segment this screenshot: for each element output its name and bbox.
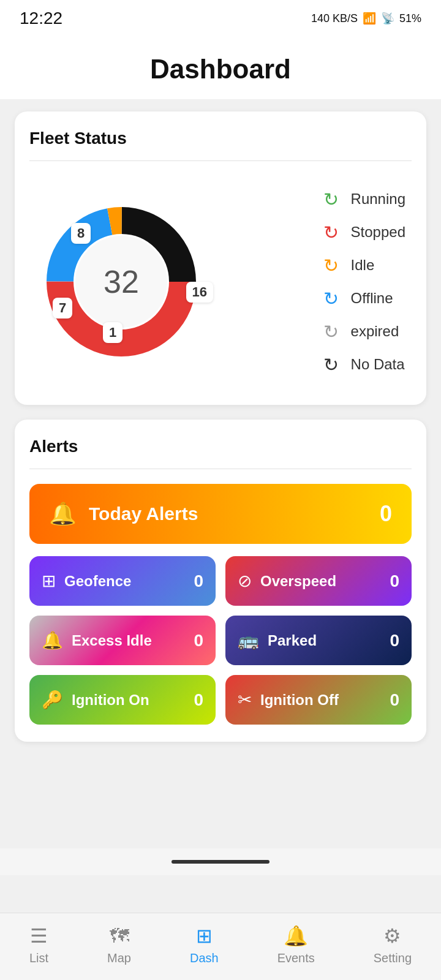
legend-nodata-label: No Data [351, 356, 405, 373]
nav-setting[interactable]: ⚙ Setting [374, 924, 412, 965]
legend-nodata: ↻ No Data [320, 353, 405, 375]
alert-grid: ⊞ Geofence 0 ⊘ Overspeed 0 🔔 Excess Idle… [29, 556, 412, 725]
legend-idle: ↻ Idle [320, 254, 405, 276]
events-nav-label: Events [277, 951, 315, 965]
idle-icon: ↻ [320, 254, 342, 276]
stopped-icon: ↻ [320, 221, 342, 243]
today-alerts-label: Today Alerts [89, 503, 198, 524]
status-bar: 12:22 140 KB/S 📶 📡 51% [0, 0, 441, 37]
nav-list[interactable]: ☰ List [29, 924, 48, 965]
legend-expired: ↻ expired [320, 320, 405, 342]
legend-stopped-label: Stopped [351, 224, 405, 241]
overspeed-count: 0 [390, 571, 399, 591]
geofence-count: 0 [194, 571, 203, 591]
today-alerts-button[interactable]: 🔔 Today Alerts 0 [29, 484, 412, 544]
overspeed-left: ⊘ Overspeed [238, 571, 336, 591]
bottom-nav: ☰ List 🗺 Map ⊞ Dash 🔔 Events ⚙ Setting [0, 913, 441, 980]
ignition-off-button[interactable]: ✂ Ignition Off 0 [225, 675, 412, 725]
parked-icon: 🚌 [238, 630, 259, 650]
geofence-label: Geofence [64, 573, 131, 590]
seg-label-8: 8 [71, 223, 91, 244]
list-nav-label: List [29, 951, 48, 965]
geofence-left: ⊞ Geofence [42, 571, 131, 591]
legend-stopped: ↻ Stopped [320, 221, 405, 243]
setting-nav-label: Setting [374, 951, 412, 965]
map-nav-label: Map [107, 951, 131, 965]
donut-center: 32 [104, 263, 139, 300]
excess-idle-icon: 🔔 [42, 630, 63, 650]
geofence-button[interactable]: ⊞ Geofence 0 [29, 556, 216, 606]
status-icons: 140 KB/S 📶 📡 51% [311, 12, 421, 25]
legend-offline-label: Offline [351, 290, 393, 307]
parked-button[interactable]: 🚌 Parked 0 [225, 616, 412, 665]
nav-map[interactable]: 🗺 Map [107, 925, 131, 965]
ignitionon-left: 🔑 Ignition On [42, 690, 149, 710]
ignition-on-label: Ignition On [72, 692, 149, 709]
ignitionoff-left: ✂ Ignition Off [238, 690, 339, 710]
geofence-icon: ⊞ [42, 571, 56, 591]
fleet-status-card: Fleet Status 32 [15, 111, 426, 405]
network-speed: 140 KB/S [311, 12, 358, 25]
ignition-off-icon: ✂ [238, 690, 252, 710]
excess-idle-button[interactable]: 🔔 Excess Idle 0 [29, 616, 216, 665]
offline-icon: ↻ [320, 287, 342, 309]
fleet-total: 32 [104, 264, 139, 300]
fleet-status-title: Fleet Status [29, 129, 412, 148]
status-time: 12:22 [20, 9, 62, 28]
ignition-on-count: 0 [194, 690, 203, 710]
home-indicator [0, 848, 441, 875]
parked-left: 🚌 Parked [238, 630, 317, 650]
overspeed-icon: ⊘ [238, 571, 252, 591]
ignition-off-label: Ignition Off [260, 692, 339, 709]
dash-nav-label: Dash [190, 951, 219, 965]
fleet-legend: ↻ Running ↻ Stopped ↻ Idle [320, 188, 405, 375]
home-bar [172, 860, 270, 864]
excess-idle-label: Excess Idle [72, 632, 152, 649]
main-content: Fleet Status 32 [0, 99, 441, 848]
legend-idle-label: Idle [351, 257, 375, 274]
nav-events[interactable]: 🔔 Events [277, 924, 315, 965]
expired-icon: ↻ [320, 320, 342, 342]
today-alerts-count: 0 [380, 501, 392, 527]
seg-label-1: 1 [103, 322, 123, 343]
today-alert-bell-icon: 🔔 [49, 501, 77, 527]
seg-label-16: 16 [186, 282, 213, 303]
legend-running: ↻ Running [320, 188, 405, 210]
parked-label: Parked [268, 632, 317, 649]
signal-icon: 📡 [381, 12, 394, 25]
map-nav-icon: 🗺 [110, 925, 129, 948]
donut-chart: 32 8 16 7 1 [36, 196, 207, 368]
wifi-icon: 📶 [363, 12, 376, 25]
overspeed-label: Overspeed [260, 573, 336, 590]
today-alerts-left: 🔔 Today Alerts [49, 501, 198, 527]
excess-idle-count: 0 [194, 631, 203, 650]
nav-dash[interactable]: ⊞ Dash [190, 924, 219, 965]
setting-nav-icon: ⚙ [383, 924, 401, 948]
list-nav-icon: ☰ [30, 924, 48, 948]
fleet-divider [29, 160, 412, 161]
alerts-title: Alerts [29, 437, 412, 456]
ignition-off-count: 0 [390, 690, 399, 710]
fleet-content: 32 8 16 7 1 ↻ Running ↻ [29, 176, 412, 388]
alerts-divider [29, 469, 412, 469]
legend-running-label: Running [351, 190, 405, 208]
nodata-icon: ↻ [320, 353, 342, 375]
running-icon: ↻ [320, 188, 342, 210]
nav-spacer [15, 756, 426, 836]
legend-expired-label: expired [351, 323, 399, 340]
seg-label-7: 7 [53, 298, 72, 318]
ignition-on-icon: 🔑 [42, 690, 63, 710]
overspeed-button[interactable]: ⊘ Overspeed 0 [225, 556, 412, 606]
events-nav-icon: 🔔 [284, 924, 308, 948]
battery: 51% [399, 12, 421, 25]
page-title: Dashboard [0, 37, 441, 99]
ignition-on-button[interactable]: 🔑 Ignition On 0 [29, 675, 216, 725]
excessidle-left: 🔔 Excess Idle [42, 630, 152, 650]
legend-offline: ↻ Offline [320, 287, 405, 309]
dash-nav-icon: ⊞ [196, 924, 213, 948]
alerts-card: Alerts 🔔 Today Alerts 0 ⊞ Geofence 0 ⊘ [15, 420, 426, 742]
parked-count: 0 [390, 631, 399, 650]
